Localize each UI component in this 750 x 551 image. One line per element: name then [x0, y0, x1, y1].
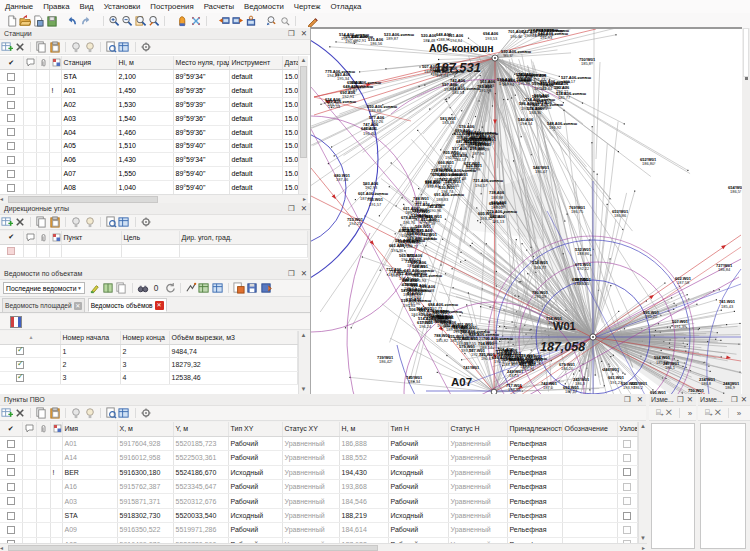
svg-text:192,93: 192,93: [365, 185, 378, 190]
svg-text:184,12: 184,12: [450, 338, 463, 343]
svg-text:!85,6!: !85,6!: [503, 53, 513, 58]
svg-text:191,55: 191,55: [463, 330, 476, 335]
svg-text:195,98: 195,98: [518, 81, 531, 86]
svg-text:188,82: 188,82: [440, 164, 453, 169]
svg-text:186,56: 186,56: [370, 41, 383, 46]
svg-text:0: 0: [154, 283, 159, 293]
svg-text:192,91: 192,91: [342, 94, 355, 99]
svg-text:185,55: 185,55: [456, 135, 469, 140]
svg-text:186,84: 186,84: [718, 267, 731, 272]
svg-text:187,94: 187,94: [502, 82, 515, 87]
svg-text:194,93: 194,93: [482, 83, 495, 88]
svg-text:191,84: 191,84: [423, 236, 436, 241]
svg-text:184,84: 184,84: [540, 86, 553, 91]
svg-text:187,1: 187,1: [509, 373, 520, 378]
svg-text:191,39: 191,39: [674, 324, 687, 329]
svg-text:186,17: 186,17: [563, 79, 576, 84]
svg-text:191,93: 191,93: [540, 35, 553, 40]
svg-text:186,86: 186,86: [614, 213, 627, 218]
svg-text:195,28: 195,28: [534, 294, 547, 299]
svg-text:192,22: 192,22: [577, 266, 590, 271]
svg-text:186,8: 186,8: [701, 381, 712, 386]
svg-text:185,77: 185,77: [558, 95, 571, 100]
svg-text:192,20: 192,20: [529, 361, 542, 366]
svg-text:187,58: 187,58: [677, 280, 690, 285]
svg-text:186,42!: 186,42!: [379, 359, 392, 364]
svg-text:185,8!!: 185,8!!: [581, 61, 593, 66]
svg-text:189,84: 189,84: [435, 314, 448, 319]
svg-text:186,92: 186,92: [549, 125, 562, 130]
svg-text:A07: A07: [451, 376, 472, 388]
svg-text:196,46: 196,46: [363, 131, 376, 136]
svg-text:194,29: 194,29: [327, 73, 340, 78]
svg-text:187,55: 187,55: [464, 341, 477, 346]
svg-text:194,28: 194,28: [504, 353, 517, 358]
svg-text:195,20: 195,20: [645, 314, 658, 319]
svg-text:188,98: 188,98: [491, 195, 504, 200]
svg-text:246!W01: 246!W01: [603, 367, 620, 372]
svg-text:186,80!: 186,80!: [642, 161, 655, 166]
svg-text:194,82: 194,82: [401, 233, 414, 238]
svg-text:194,71: 194,71: [365, 126, 378, 131]
svg-text:191,57: 191,57: [369, 202, 382, 207]
svg-text:194,38: 194,38: [508, 387, 521, 392]
svg-text:187,0: 187,0: [543, 385, 554, 390]
svg-text:184,77: 184,77: [534, 265, 547, 270]
svg-text:190,37: 190,37: [349, 85, 362, 90]
svg-text:193,75: 193,75: [327, 102, 340, 107]
svg-text:194,57: 194,57: [475, 183, 488, 188]
svg-text:192,91: 192,91: [354, 38, 367, 43]
svg-text:W01: W01: [553, 320, 576, 332]
svg-text:185,99: 185,99: [468, 167, 481, 172]
svg-text:187,68: 187,68: [454, 176, 467, 181]
svg-text:187,67: 187,67: [555, 85, 568, 90]
svg-text:193,70: 193,70: [400, 243, 413, 248]
svg-text:194,25: 194,25: [349, 221, 362, 226]
svg-text:196,45: 196,45: [401, 257, 414, 262]
svg-text:184,44: 184,44: [414, 269, 427, 274]
svg-text:186,75: 186,75: [571, 209, 584, 214]
svg-text:189,87: 189,87: [386, 36, 399, 41]
svg-text:186,3: 186,3: [575, 381, 586, 386]
svg-text:192,30: 192,30: [471, 352, 484, 357]
svg-text:187,96: 187,96: [472, 151, 485, 156]
svg-text:А06-конюшн: А06-конюшн: [429, 42, 494, 54]
svg-text:191,98: 191,98: [479, 88, 492, 93]
svg-text:196,42: 196,42: [510, 34, 523, 39]
svg-text:196,16: 196,16: [404, 282, 417, 287]
svg-text:741!W01: 741!W01: [463, 365, 480, 370]
svg-text:186,34: 186,34: [408, 379, 421, 384]
svg-text:184,20: 184,20: [561, 366, 574, 371]
svg-text:190,96: 190,96: [429, 208, 442, 213]
svg-text:188,83: 188,83: [436, 197, 449, 202]
svg-text:188,14: 188,14: [480, 345, 493, 350]
svg-text:189,43: 189,43: [452, 83, 465, 88]
svg-text:186,9: 186,9: [725, 385, 736, 390]
svg-text:190,44: 190,44: [524, 33, 537, 38]
svg-text:191,80: 191,80: [527, 102, 540, 107]
svg-text:196,64: 196,64: [511, 361, 524, 366]
svg-text:187,058: 187,058: [540, 340, 585, 354]
svg-text:186,2: 186,2: [633, 385, 644, 390]
svg-text:184,17: 184,17: [454, 157, 467, 162]
svg-text:193,53: 193,53: [485, 36, 498, 41]
svg-text:184,39: 184,39: [423, 221, 436, 226]
svg-text:187,46: 187,46: [336, 177, 349, 182]
svg-text:185,43: 185,43: [721, 304, 734, 309]
svg-text:188,86: 188,86: [577, 251, 590, 256]
svg-text:185,18: 185,18: [442, 120, 455, 125]
svg-text:186,68: 186,68: [369, 108, 382, 113]
svg-text:186,47: 186,47: [535, 169, 548, 174]
svg-text:193,89: 193,89: [409, 295, 422, 300]
svg-text:184,54: 184,54: [452, 90, 465, 95]
svg-text:193,22: 193,22: [491, 205, 504, 210]
svg-text:194,14: 194,14: [520, 121, 533, 126]
svg-text:194,74: 194,74: [441, 189, 454, 194]
svg-text:192,91: 192,91: [427, 184, 440, 189]
svg-text:186,5!: 186,5!: [730, 189, 741, 194]
svg-text:191,13: 191,13: [492, 219, 505, 224]
svg-text:191,99: 191,99: [443, 181, 456, 186]
svg-text:189,35: 189,35: [577, 281, 590, 286]
svg-text:187,531: 187,531: [434, 60, 481, 75]
svg-text:194,77: 194,77: [482, 141, 495, 146]
